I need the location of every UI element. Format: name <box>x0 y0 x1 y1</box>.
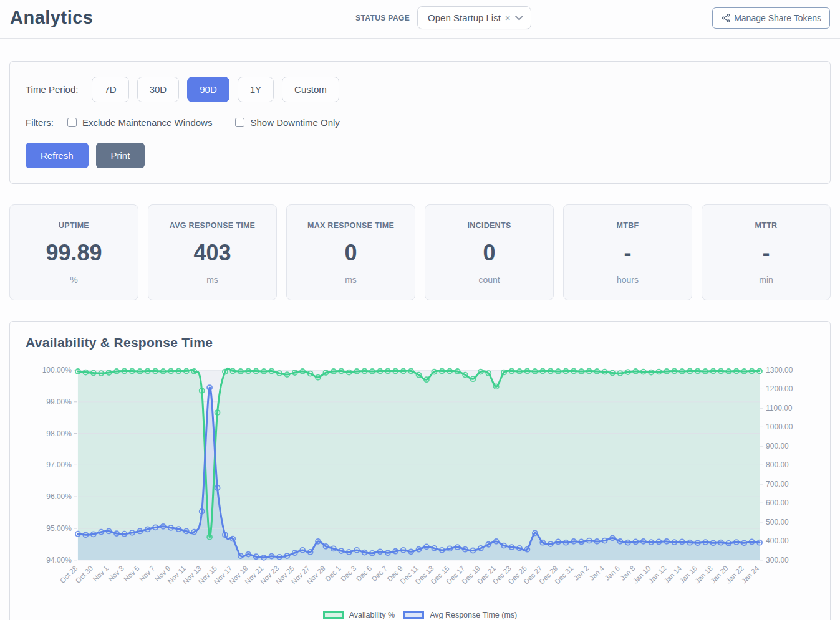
checkbox-icon[interactable] <box>235 118 244 127</box>
show-downtime-label: Show Downtime Only <box>250 117 339 128</box>
svg-text:1000.00: 1000.00 <box>766 422 793 431</box>
legend-label: Availability % <box>349 611 395 619</box>
exclude-maintenance-label: Exclude Maintenance Windows <box>82 117 212 128</box>
legend-swatch-blue <box>403 611 424 619</box>
status-page-label: STATUS PAGE <box>355 14 410 22</box>
stat-value: 0 <box>293 240 408 266</box>
stats-row: UPTIME 99.89 % AVG RESPONSE TIME 403 ms … <box>9 204 831 300</box>
stat-label: UPTIME <box>16 221 132 230</box>
svg-text:99.00%: 99.00% <box>46 398 72 406</box>
svg-text:Dec 1: Dec 1 <box>324 565 342 583</box>
svg-text:98.00%: 98.00% <box>46 429 72 438</box>
svg-text:Dec 5: Dec 5 <box>355 565 374 583</box>
legend-item-response-time[interactable]: Avg Response Time (ms) <box>403 611 517 619</box>
time-period-90d-button[interactable]: 90D <box>187 77 229 102</box>
svg-text:95.00%: 95.00% <box>46 524 72 533</box>
chart-title: Availability & Response Time <box>26 335 814 350</box>
svg-text:800.00: 800.00 <box>766 460 789 469</box>
stat-label: MAX RESPONSE TIME <box>293 221 408 230</box>
stat-value: 0 <box>432 240 547 266</box>
stat-card-incidents: INCIDENTS 0 count <box>425 204 554 300</box>
svg-text:900.00: 900.00 <box>766 442 789 451</box>
stat-value: - <box>708 240 824 266</box>
svg-text:Jan 4: Jan 4 <box>588 564 606 582</box>
stat-label: AVG RESPONSE TIME <box>155 221 270 230</box>
stat-label: MTBF <box>570 221 685 230</box>
manage-share-tokens-button[interactable]: Manage Share Tokens <box>712 7 830 29</box>
svg-text:600.00: 600.00 <box>766 498 789 507</box>
svg-text:Jan 24: Jan 24 <box>740 564 761 584</box>
stat-label: INCIDENTS <box>432 221 547 230</box>
stat-unit: ms <box>155 275 270 285</box>
exclude-maintenance-checkbox[interactable]: Exclude Maintenance Windows <box>67 117 212 128</box>
svg-text:300.00: 300.00 <box>766 556 789 565</box>
print-button[interactable]: Print <box>96 143 145 168</box>
svg-text:97.00%: 97.00% <box>46 460 72 469</box>
legend-label: Avg Response Time (ms) <box>430 611 517 619</box>
stat-unit: % <box>16 275 132 285</box>
svg-text:Jan 6: Jan 6 <box>604 565 621 582</box>
stat-unit: ms <box>293 275 408 285</box>
svg-text:94.00%: 94.00% <box>46 556 72 565</box>
page-title: Analytics <box>10 7 93 28</box>
stat-unit: count <box>432 275 547 285</box>
time-period-row: Time Period: 7D 30D 90D 1Y Custom <box>26 77 814 102</box>
stat-card-mttr: MTTR - min <box>702 204 831 300</box>
svg-text:100.00%: 100.00% <box>42 366 72 374</box>
share-icon <box>721 13 731 23</box>
stat-card-mtbf: MTBF - hours <box>563 204 692 300</box>
actions-row: Refresh Print <box>26 143 814 168</box>
time-period-label: Time Period: <box>26 84 78 95</box>
svg-text:1200.00: 1200.00 <box>766 384 793 393</box>
time-period-30d-button[interactable]: 30D <box>137 77 180 102</box>
status-page-select[interactable]: Open Startup List × <box>417 6 531 29</box>
availability-response-chart: 94.00%95.00%96.00%97.00%98.00%99.00%100.… <box>26 361 814 608</box>
svg-text:Oct 30: Oct 30 <box>74 565 94 584</box>
stat-card-max-response: MAX RESPONSE TIME 0 ms <box>286 204 415 300</box>
status-page-picker: STATUS PAGE Open Startup List × <box>355 6 531 29</box>
stat-card-avg-response: AVG RESPONSE TIME 403 ms <box>148 204 277 300</box>
svg-text:1100.00: 1100.00 <box>766 404 793 413</box>
chevron-down-icon <box>515 16 523 21</box>
chart-canvas: 94.00%95.00%96.00%97.00%98.00%99.00%100.… <box>26 361 814 606</box>
svg-text:Nov 7: Nov 7 <box>138 565 157 583</box>
filters-row: Filters: Exclude Maintenance Windows Sho… <box>26 117 814 128</box>
stat-unit: hours <box>570 275 685 285</box>
svg-text:Dec 3: Dec 3 <box>339 565 358 583</box>
stat-card-uptime: UPTIME 99.89 % <box>9 204 138 300</box>
svg-text:Nov 3: Nov 3 <box>107 565 125 583</box>
svg-text:96.00%: 96.00% <box>46 492 72 501</box>
filters-panel: Time Period: 7D 30D 90D 1Y Custom Filter… <box>9 61 831 184</box>
show-downtime-checkbox[interactable]: Show Downtime Only <box>235 117 339 128</box>
svg-text:500.00: 500.00 <box>766 518 789 527</box>
stat-value: 99.89 <box>16 240 132 266</box>
legend-swatch-green <box>323 611 344 619</box>
chart-card: Availability & Response Time 94.00%95.00… <box>9 321 831 620</box>
legend-item-availability[interactable]: Availability % <box>323 611 395 619</box>
status-page-selected-value: Open Startup List <box>428 12 501 23</box>
stat-unit: min <box>708 275 824 285</box>
time-period-1y-button[interactable]: 1Y <box>238 77 274 102</box>
stat-label: MTTR <box>708 221 824 230</box>
manage-share-tokens-label: Manage Share Tokens <box>734 13 821 23</box>
svg-text:Dec 7: Dec 7 <box>370 565 389 583</box>
time-period-custom-button[interactable]: Custom <box>282 77 339 102</box>
filters-label: Filters: <box>26 117 54 128</box>
chart-legend: Availability % Avg Response Time (ms) <box>26 611 814 619</box>
clear-selection-icon[interactable]: × <box>505 13 511 22</box>
svg-text:Nov 5: Nov 5 <box>122 565 141 583</box>
svg-text:400.00: 400.00 <box>766 537 789 545</box>
checkbox-icon[interactable] <box>67 118 77 127</box>
svg-text:700.00: 700.00 <box>766 480 789 489</box>
svg-text:Nov 1: Nov 1 <box>91 565 110 583</box>
app-header: Analytics STATUS PAGE Open Startup List … <box>0 0 840 39</box>
refresh-button[interactable]: Refresh <box>26 143 89 168</box>
stat-value: 403 <box>155 240 270 266</box>
svg-text:1300.00: 1300.00 <box>766 366 793 374</box>
time-period-7d-button[interactable]: 7D <box>92 77 128 102</box>
svg-text:Jan 2: Jan 2 <box>572 565 590 582</box>
stat-value: - <box>570 240 685 266</box>
